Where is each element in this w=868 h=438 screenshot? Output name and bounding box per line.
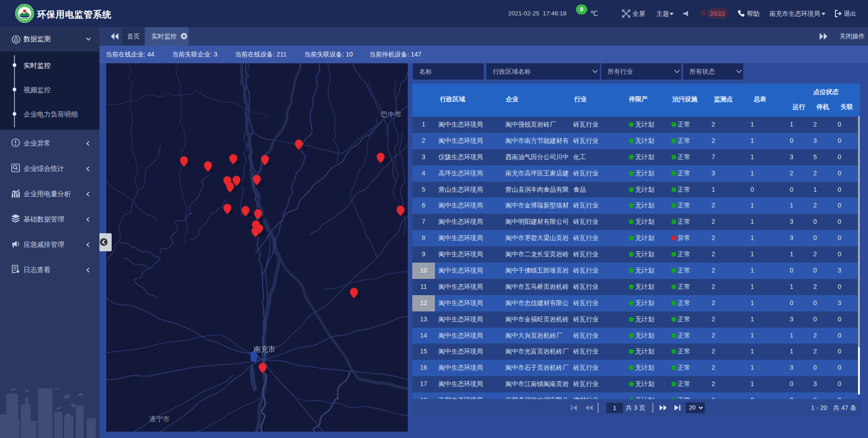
- svg-text:遂宁市: 遂宁市: [149, 415, 170, 423]
- svg-text:南充市: 南充市: [254, 345, 275, 353]
- svg-text:巴中市: 巴中市: [381, 110, 401, 118]
